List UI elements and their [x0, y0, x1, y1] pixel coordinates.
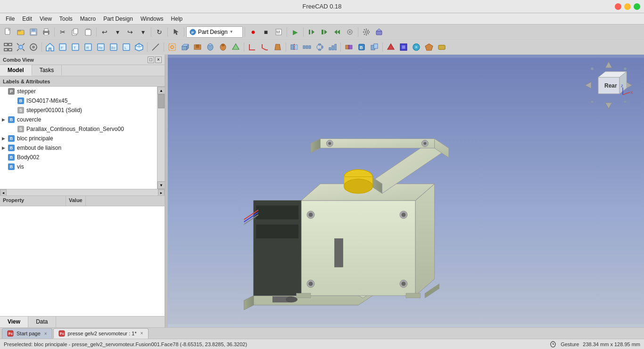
- partdesign3-button[interactable]: [397, 41, 410, 53]
- top-view-button[interactable]: T: [69, 41, 82, 53]
- menu-tools[interactable]: Tools: [56, 15, 76, 23]
- tree-arrow[interactable]: ▶: [2, 117, 8, 122]
- pointer-button[interactable]: [170, 26, 182, 38]
- viewport[interactable]: Rear X Z: [168, 55, 644, 327]
- doc-tab-presse[interactable]: Fc presse gelv2 servomoteur : 1* ×: [53, 328, 149, 339]
- menu-help[interactable]: Help: [167, 15, 187, 23]
- clone-button[interactable]: [368, 41, 380, 53]
- debug2-button[interactable]: [318, 26, 330, 38]
- mirrored-button[interactable]: [288, 41, 300, 53]
- menu-partdesign[interactable]: Part Design: [99, 15, 137, 23]
- scroll-thumb[interactable]: [158, 94, 165, 108]
- tab-view[interactable]: View: [0, 317, 28, 327]
- menu-file[interactable]: File: [2, 15, 18, 23]
- redo-button[interactable]: ↪: [124, 26, 136, 38]
- settings-button[interactable]: [360, 26, 372, 38]
- bottom-view-button[interactable]: Bo: [107, 41, 120, 53]
- tree-item-couvercle[interactable]: ▶ B couvercle: [0, 115, 157, 124]
- draft-button[interactable]: [272, 41, 284, 53]
- doc-tab-close-presse[interactable]: ×: [140, 331, 143, 336]
- record-button[interactable]: ●: [247, 26, 259, 38]
- pad-button[interactable]: [179, 41, 191, 53]
- boolean-button[interactable]: [343, 41, 355, 53]
- copy-button[interactable]: [69, 26, 82, 38]
- scroll-down-button[interactable]: ▼: [157, 181, 165, 189]
- menu-view[interactable]: View: [36, 15, 56, 23]
- close-button[interactable]: [615, 3, 621, 10]
- fit-sel-button[interactable]: [15, 41, 27, 53]
- partdesign5-button[interactable]: [423, 41, 435, 53]
- maximize-button[interactable]: [634, 3, 640, 10]
- tree-item-vis[interactable]: B vis: [0, 162, 157, 171]
- paste-button[interactable]: [82, 26, 94, 38]
- hscroll-left[interactable]: ◄: [0, 189, 7, 195]
- refresh-button[interactable]: ↻: [153, 26, 165, 38]
- polarpatt-button[interactable]: [314, 41, 326, 53]
- tree-item-embout[interactable]: ▶ B embout de liaison: [0, 143, 157, 153]
- menu-windows[interactable]: Windows: [137, 15, 167, 23]
- isometric-view-button[interactable]: [133, 41, 145, 53]
- tree-area[interactable]: P stepper B ISO4017-M6x45_ S stepper0010…: [0, 87, 157, 189]
- fit-all-button[interactable]: [2, 41, 14, 53]
- new-button[interactable]: [2, 26, 14, 38]
- tree-item-parallax[interactable]: S Parallax_Continous_Rotation_Servo00: [0, 124, 157, 134]
- doc-tab-close-start[interactable]: ×: [44, 331, 47, 336]
- tree-arrow[interactable]: ▶: [2, 146, 8, 150]
- partdesign2-button[interactable]: [385, 41, 397, 53]
- debug1-button[interactable]: [305, 26, 318, 38]
- combo-close-button[interactable]: ×: [155, 57, 162, 63]
- undo-dropdown[interactable]: ▾: [111, 26, 124, 38]
- workbench-label: Part Design: [198, 29, 228, 35]
- tree-item-stepper001[interactable]: S stepper001001 (Solid): [0, 106, 157, 115]
- partdesign4-button[interactable]: [410, 41, 422, 53]
- partdesign6-button[interactable]: [436, 41, 448, 53]
- part-design-icon[interactable]: [373, 26, 385, 38]
- tree-item-iso4017[interactable]: B ISO4017-M6x45_: [0, 96, 157, 106]
- rear-view-button[interactable]: Re: [95, 41, 107, 53]
- debug4-button[interactable]: [344, 26, 356, 38]
- macro-edit-button[interactable]: M: [272, 26, 285, 38]
- draw-style-button[interactable]: [27, 41, 40, 53]
- body-button[interactable]: B: [355, 41, 368, 53]
- measure-button[interactable]: [149, 41, 162, 53]
- left-view-button[interactable]: L: [120, 41, 132, 53]
- right-view-button[interactable]: R: [82, 41, 94, 53]
- combo-restore-button[interactable]: □: [148, 57, 154, 63]
- stop-button[interactable]: ■: [260, 26, 272, 38]
- run-button[interactable]: ▶: [289, 26, 301, 38]
- linearpatt-button[interactable]: [301, 41, 313, 53]
- sketch-button[interactable]: [166, 41, 178, 53]
- scroll-up-button[interactable]: ▲: [157, 87, 165, 94]
- pocket-button[interactable]: [191, 41, 204, 53]
- undo-button[interactable]: ↩: [99, 26, 111, 38]
- tab-tasks[interactable]: Tasks: [32, 65, 62, 76]
- chamfer-button[interactable]: [259, 41, 271, 53]
- doc-tab-start[interactable]: Fc Start page ×: [2, 328, 52, 339]
- hscroll-right[interactable]: ►: [158, 189, 165, 195]
- svg-point-22: [349, 31, 351, 33]
- cut-button[interactable]: ✂: [57, 26, 69, 38]
- redo-dropdown[interactable]: ▾: [137, 26, 149, 38]
- tree-item-body002[interactable]: B Body002: [0, 153, 157, 162]
- debug3-button[interactable]: [331, 26, 343, 38]
- tab-model[interactable]: Model: [0, 65, 32, 76]
- tree-arrow[interactable]: ▶: [2, 136, 8, 141]
- minimize-button[interactable]: [624, 3, 631, 10]
- open-button[interactable]: [15, 26, 27, 38]
- menu-macro[interactable]: Macro: [76, 15, 99, 23]
- home-view-button[interactable]: [44, 41, 56, 53]
- svg-rect-71: [295, 45, 297, 49]
- menu-edit[interactable]: Edit: [18, 15, 36, 23]
- revolution-button[interactable]: [204, 41, 216, 53]
- tab-data[interactable]: Data: [28, 317, 56, 327]
- tree-item-stepper[interactable]: P stepper: [0, 87, 157, 96]
- groove-button[interactable]: [217, 41, 229, 53]
- print-button[interactable]: [40, 26, 52, 38]
- workbench-dropdown[interactable]: P Part Design ▼: [186, 26, 243, 38]
- fillet-button[interactable]: [246, 41, 258, 53]
- tree-item-bloc[interactable]: ▶ B bloc principale: [0, 134, 157, 143]
- addprimitive-button[interactable]: [230, 41, 242, 53]
- front-view-button[interactable]: F: [57, 41, 69, 53]
- multitransform-button[interactable]: [326, 41, 339, 53]
- save-button[interactable]: [27, 26, 40, 38]
